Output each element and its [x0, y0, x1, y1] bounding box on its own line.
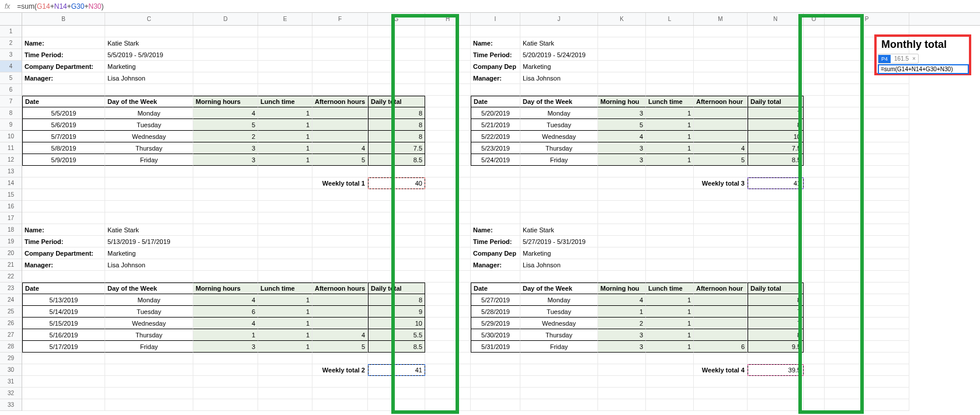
cell[interactable]: Day of the Week [520, 96, 598, 107]
cell[interactable]: Name: [471, 37, 520, 49]
empty-cell[interactable] [368, 189, 425, 201]
cell[interactable]: 3 [193, 154, 258, 166]
cell[interactable]: 1 [258, 341, 312, 353]
empty-cell[interactable] [312, 259, 368, 271]
empty-cell[interactable] [22, 177, 105, 189]
cell[interactable]: Company Dep [471, 61, 520, 72]
cell[interactable]: Daily total [368, 283, 425, 294]
empty-cell[interactable] [258, 26, 312, 37]
empty-cell[interactable] [825, 84, 909, 96]
empty-cell[interactable] [258, 177, 312, 189]
cell[interactable]: Morning hours [193, 96, 258, 107]
empty-cell[interactable] [193, 37, 258, 49]
cell[interactable]: Weekly total 4 [694, 364, 748, 376]
cell[interactable]: Monday [105, 107, 193, 119]
empty-cell[interactable] [425, 96, 471, 107]
empty-cell[interactable] [312, 388, 368, 399]
empty-cell[interactable] [193, 61, 258, 72]
cell[interactable]: 7 [748, 318, 804, 329]
empty-cell[interactable] [694, 224, 748, 236]
cell[interactable]: 8 [368, 131, 425, 142]
empty-cell[interactable] [368, 166, 425, 177]
cell[interactable]: 5/20/2019 [471, 107, 520, 119]
cell[interactable]: 5/30/2019 [471, 329, 520, 341]
col-header-n[interactable]: N [748, 13, 804, 25]
row-header-11[interactable]: 11 [0, 142, 22, 154]
empty-cell[interactable] [258, 166, 312, 177]
empty-cell[interactable] [804, 131, 825, 142]
empty-cell[interactable] [646, 247, 694, 259]
cell[interactable]: Lisa Johnson [105, 72, 193, 84]
cell[interactable]: Monday [520, 294, 598, 306]
cell[interactable]: Daily total [748, 96, 804, 107]
row-header-19[interactable]: 19 [0, 236, 22, 247]
empty-cell[interactable] [471, 84, 520, 96]
empty-cell[interactable] [694, 236, 748, 247]
cell[interactable] [694, 306, 748, 318]
empty-cell[interactable] [312, 247, 368, 259]
empty-cell[interactable] [425, 306, 471, 318]
col-header-g[interactable]: G [368, 13, 425, 25]
cell[interactable]: 8 [368, 119, 425, 131]
cell[interactable]: 1 [193, 329, 258, 341]
row-header-4[interactable]: 4 [0, 61, 22, 72]
empty-cell[interactable] [646, 271, 694, 283]
empty-cell[interactable] [646, 376, 694, 388]
empty-cell[interactable] [804, 283, 825, 294]
empty-cell[interactable] [694, 189, 748, 201]
row-header-29[interactable]: 29 [0, 353, 22, 364]
cell[interactable]: 1 [258, 154, 312, 166]
cell[interactable]: Tuesday [520, 306, 598, 318]
empty-cell[interactable] [312, 271, 368, 283]
empty-cell[interactable] [193, 189, 258, 201]
cell[interactable]: 1 [646, 329, 694, 341]
empty-cell[interactable] [425, 166, 471, 177]
empty-cell[interactable] [748, 212, 804, 224]
empty-cell[interactable] [748, 388, 804, 399]
empty-cell[interactable] [193, 236, 258, 247]
cell[interactable]: 1 [258, 329, 312, 341]
col-header-d[interactable]: D [193, 13, 258, 25]
empty-cell[interactable] [22, 212, 105, 224]
empty-cell[interactable] [694, 26, 748, 37]
cell[interactable]: 1 [646, 154, 694, 166]
empty-cell[interactable] [646, 72, 694, 84]
empty-cell[interactable] [748, 224, 804, 236]
cell[interactable] [694, 329, 748, 341]
empty-cell[interactable] [312, 376, 368, 388]
empty-cell[interactable] [825, 376, 909, 388]
empty-cell[interactable] [193, 49, 258, 61]
cell[interactable]: 1 [258, 107, 312, 119]
cell[interactable]: 5/31/2019 [471, 341, 520, 353]
cell[interactable]: 5 [598, 119, 646, 131]
empty-cell[interactable] [646, 166, 694, 177]
cell[interactable]: 3 [193, 142, 258, 154]
empty-cell[interactable] [804, 26, 825, 37]
empty-cell[interactable] [105, 376, 193, 388]
cell[interactable]: 1 [258, 131, 312, 142]
empty-cell[interactable] [804, 72, 825, 84]
cell[interactable]: Lisa Johnson [520, 259, 598, 271]
empty-cell[interactable] [748, 353, 804, 364]
cell[interactable]: 1 [646, 318, 694, 329]
cell[interactable]: 5/9/2019 [22, 154, 105, 166]
empty-cell[interactable] [425, 61, 471, 72]
cell[interactable]: Lunch time [646, 283, 694, 294]
empty-cell[interactable] [312, 61, 368, 72]
empty-cell[interactable] [825, 353, 909, 364]
empty-cell[interactable] [312, 166, 368, 177]
cell[interactable]: 5 [694, 154, 748, 166]
cell[interactable]: 5/28/2019 [471, 306, 520, 318]
empty-cell[interactable] [193, 224, 258, 236]
empty-cell[interactable] [646, 26, 694, 37]
empty-cell[interactable] [825, 259, 909, 271]
cell[interactable]: 4 [694, 142, 748, 154]
cell[interactable]: 5/13/2019 [22, 294, 105, 306]
cell[interactable]: Afternoon hours [312, 96, 368, 107]
empty-cell[interactable] [471, 166, 520, 177]
empty-cell[interactable] [825, 306, 909, 318]
cell[interactable]: Marketing [105, 247, 193, 259]
empty-cell[interactable] [825, 329, 909, 341]
empty-cell[interactable] [425, 224, 471, 236]
empty-cell[interactable] [598, 236, 646, 247]
